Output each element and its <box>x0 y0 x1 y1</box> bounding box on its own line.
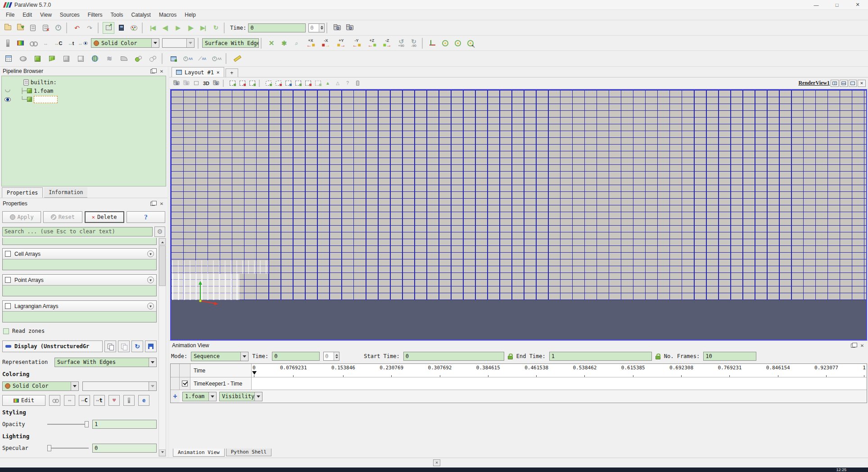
hover-cells-button[interactable] <box>313 79 322 88</box>
anim-time-field[interactable]: 0 <box>272 352 320 361</box>
save-defaults-button[interactable] <box>145 340 157 352</box>
spinner-arrows-icon[interactable] <box>319 24 324 32</box>
opacity-value-field[interactable]: 1 <box>92 420 157 429</box>
connect-button[interactable] <box>27 22 39 34</box>
representation-combo[interactable]: Surface With Edges <box>202 38 259 48</box>
menu-view[interactable]: View <box>36 10 56 19</box>
dropdown-arrow-icon[interactable] <box>71 382 78 390</box>
shrink-selection-button[interactable]: △ <box>333 79 342 88</box>
edit-settings-button[interactable] <box>115 22 127 34</box>
edit-color-button[interactable]: Edit <box>2 395 45 406</box>
timekeeper-track[interactable] <box>252 377 867 390</box>
end-time-field[interactable]: 1 <box>549 352 652 361</box>
rotate-90-ccw-button[interactable]: ↻-90 <box>407 37 420 50</box>
camera-undo-button[interactable] <box>331 22 343 34</box>
select-block-button[interactable] <box>284 79 293 88</box>
tree-row-foam-2-selected[interactable]: └─ 1.foam <box>2 95 166 104</box>
paste-properties-button[interactable] <box>118 340 130 352</box>
select-cells-polygon-button[interactable] <box>264 79 273 88</box>
close-panel-button[interactable]: ✕ <box>158 68 165 74</box>
first-frame-button[interactable]: |◀ <box>147 22 158 34</box>
opacity-slider[interactable] <box>47 420 89 428</box>
reset-camera-button[interactable]: ✕ <box>266 37 277 49</box>
tree-row-builtin[interactable]: builtin: <box>2 78 166 86</box>
tree-row-foam-1[interactable]: ├─ 1.foam <box>2 86 166 95</box>
close-button[interactable]: ✕ <box>847 0 868 9</box>
spinner-arrows-icon[interactable] <box>334 352 339 360</box>
menu-macros[interactable]: Macros <box>155 10 181 19</box>
slice-button[interactable] <box>45 53 59 64</box>
time-ruler[interactable]: 0 0.0769231 0.153846 0.230769 0.307692 0… <box>252 364 867 377</box>
coloring-combo[interactable]: Solid Color <box>2 381 79 391</box>
color-by-combo[interactable]: Solid Color <box>91 38 159 48</box>
stream-tracer-button[interactable]: ≋ <box>103 53 116 64</box>
loop-button[interactable]: ↻ <box>210 22 222 34</box>
play-button[interactable]: ▶ <box>172 22 184 34</box>
delete-button[interactable]: ✕Delete <box>85 211 124 223</box>
set-view-plus-z-button[interactable]: +Z←■ <box>365 37 379 50</box>
specular-slider-handle[interactable] <box>47 445 51 451</box>
set-view-minus-x-button[interactable]: -X■→ <box>319 37 333 50</box>
tooltip-selection-button[interactable]: ? <box>343 79 352 88</box>
reset-center-button[interactable] <box>465 37 476 49</box>
interaction-mode-button[interactable] <box>192 79 201 88</box>
properties-scrollbar[interactable] <box>158 238 166 457</box>
help-button[interactable]: ? <box>127 211 165 223</box>
separate-colormap-button[interactable] <box>49 395 60 406</box>
select-points-polygon-button[interactable] <box>274 79 283 88</box>
extract-level-button[interactable] <box>146 53 159 64</box>
cell-arrays-options-button[interactable]: ▾ <box>147 250 154 257</box>
capture-view-button[interactable] <box>212 79 221 88</box>
plot-over-line-button[interactable]: ⟋ʌʌ <box>195 53 209 64</box>
scroll-thumb[interactable] <box>159 245 166 286</box>
float-panel-button[interactable] <box>149 68 156 74</box>
use-separate-color-map-button[interactable] <box>27 37 39 49</box>
lagrangian-arrays-list[interactable] <box>3 312 156 322</box>
rescale-data-range-button[interactable]: ↔ <box>40 37 51 49</box>
dropdown-arrow-icon[interactable] <box>149 358 156 367</box>
specular-slider[interactable] <box>47 444 89 452</box>
interactive-select-cells-button[interactable] <box>294 79 303 88</box>
rescale-custom-range-button[interactable]: ↔C <box>52 37 64 49</box>
edit-camera-button[interactable] <box>172 79 181 88</box>
no-frames-field[interactable]: 10 <box>703 352 756 361</box>
menu-sources[interactable]: Sources <box>56 10 84 19</box>
point-arrays-checkbox[interactable] <box>5 277 11 283</box>
close-view-button[interactable]: ✕ <box>858 80 866 87</box>
time-input[interactable]: 0 <box>248 23 306 32</box>
display-header-button[interactable]: Display (UnstructuredGr <box>2 340 103 352</box>
render-viewport[interactable] <box>170 89 867 340</box>
show-color-legend-button[interactable] <box>123 395 135 406</box>
tab-properties[interactable]: Properties <box>2 187 43 198</box>
dropdown-arrow-icon[interactable] <box>254 392 262 401</box>
zoom-to-data-button[interactable]: ✱ <box>278 37 290 49</box>
cell-arrays-checkbox[interactable] <box>5 251 11 257</box>
float-properties-button[interactable] <box>149 201 156 207</box>
toggle-2d3d-button[interactable]: 3D <box>202 79 211 88</box>
split-horizontal-button[interactable] <box>831 80 839 87</box>
tab-animation-view[interactable]: Animation View <box>173 449 225 457</box>
split-vertical-button[interactable] <box>840 80 848 87</box>
cell-arrays-header[interactable]: Cell Arrays ▾ <box>3 249 156 259</box>
dropdown-arrow-icon[interactable] <box>151 39 159 47</box>
copy-properties-button[interactable] <box>104 340 116 352</box>
foam-item-rename-field[interactable]: 1.foam <box>34 96 58 103</box>
rescale-visible-range-button[interactable]: ↔ <box>77 37 89 49</box>
tab-python-shell[interactable]: Python Shell <box>226 449 271 456</box>
rescale-data-button[interactable]: ↔ <box>64 395 75 406</box>
html-color-button[interactable]: e <box>138 395 149 406</box>
point-arrays-options-button[interactable]: ▾ <box>147 277 154 283</box>
menu-file[interactable]: File <box>2 10 18 19</box>
close-properties-button[interactable]: ✕ <box>158 201 165 207</box>
abort-progress-button[interactable]: ✕ <box>433 459 440 466</box>
reload-properties-button[interactable]: ↻ <box>131 340 143 352</box>
rescale-temporal-button[interactable]: ↔t <box>94 395 105 406</box>
frame-spinner[interactable]: 0 <box>308 23 325 32</box>
set-view-minus-y-button[interactable]: -Y←■ <box>349 37 364 50</box>
menu-tools[interactable]: Tools <box>107 10 127 19</box>
show-center-button[interactable] <box>439 37 451 49</box>
timekeeper-checkbox[interactable] <box>182 381 188 386</box>
select-points-on-button[interactable] <box>238 79 247 88</box>
find-data-button[interactable] <box>167 53 180 64</box>
new-track-property-combo[interactable]: Visibility <box>219 392 262 401</box>
